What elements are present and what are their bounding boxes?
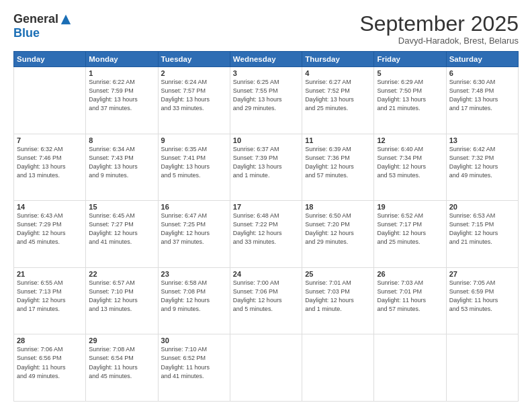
logo-icon <box>60 13 72 26</box>
calendar-cell: 30Sunrise: 7:10 AM Sunset: 6:52 PM Dayli… <box>158 334 230 402</box>
day-info: Sunrise: 6:37 AM Sunset: 7:39 PM Dayligh… <box>233 145 299 180</box>
day-number: 16 <box>161 203 227 211</box>
day-number: 27 <box>449 270 515 278</box>
day-info: Sunrise: 6:40 AM Sunset: 7:34 PM Dayligh… <box>377 145 443 180</box>
day-of-week-header: Friday <box>374 52 446 67</box>
calendar-cell: 7Sunrise: 6:32 AM Sunset: 7:46 PM Daylig… <box>14 134 86 201</box>
location-subtitle: Davyd-Haradok, Brest, Belarus <box>359 36 519 46</box>
day-number: 8 <box>89 136 154 144</box>
day-of-week-header: Wednesday <box>230 52 302 67</box>
day-number: 10 <box>233 136 299 144</box>
day-info: Sunrise: 7:00 AM Sunset: 7:06 PM Dayligh… <box>233 279 299 314</box>
day-number: 29 <box>89 336 154 345</box>
calendar-cell: 23Sunrise: 6:58 AM Sunset: 7:08 PM Dayli… <box>158 267 230 334</box>
logo-blue-text: Blue <box>13 26 40 40</box>
calendar-cell: 19Sunrise: 6:52 AM Sunset: 7:17 PM Dayli… <box>374 201 446 268</box>
calendar-cell: 26Sunrise: 7:03 AM Sunset: 7:01 PM Dayli… <box>374 267 446 334</box>
calendar-week-row: 28Sunrise: 7:06 AM Sunset: 6:56 PM Dayli… <box>14 334 519 402</box>
calendar-cell: 17Sunrise: 6:48 AM Sunset: 7:22 PM Dayli… <box>230 201 302 268</box>
day-number: 20 <box>449 203 515 211</box>
calendar-week-row: 7Sunrise: 6:32 AM Sunset: 7:46 PM Daylig… <box>14 134 519 201</box>
day-number: 5 <box>377 69 443 77</box>
day-of-week-header: Thursday <box>302 52 374 67</box>
day-info: Sunrise: 6:32 AM Sunset: 7:46 PM Dayligh… <box>17 145 83 180</box>
day-number: 3 <box>233 69 299 77</box>
day-number: 4 <box>305 69 371 77</box>
day-number: 22 <box>89 270 154 278</box>
day-of-week-header: Sunday <box>14 52 86 67</box>
svg-marker-0 <box>61 14 71 24</box>
calendar-cell: 20Sunrise: 6:53 AM Sunset: 7:15 PM Dayli… <box>446 201 518 268</box>
day-number: 24 <box>233 270 299 278</box>
calendar-cell: 24Sunrise: 7:00 AM Sunset: 7:06 PM Dayli… <box>230 267 302 334</box>
calendar-cell: 4Sunrise: 6:27 AM Sunset: 7:52 PM Daylig… <box>302 67 374 134</box>
day-info: Sunrise: 6:27 AM Sunset: 7:52 PM Dayligh… <box>305 78 371 113</box>
day-info: Sunrise: 6:35 AM Sunset: 7:41 PM Dayligh… <box>161 145 227 180</box>
calendar-cell: 6Sunrise: 6:30 AM Sunset: 7:48 PM Daylig… <box>446 67 518 134</box>
day-info: Sunrise: 7:10 AM Sunset: 6:52 PM Dayligh… <box>161 345 227 380</box>
calendar-cell: 12Sunrise: 6:40 AM Sunset: 7:34 PM Dayli… <box>374 134 446 201</box>
calendar-week-row: 21Sunrise: 6:55 AM Sunset: 7:13 PM Dayli… <box>14 267 519 334</box>
calendar-cell: 27Sunrise: 7:05 AM Sunset: 6:59 PM Dayli… <box>446 267 518 334</box>
calendar-cell: 13Sunrise: 6:42 AM Sunset: 7:32 PM Dayli… <box>446 134 518 201</box>
day-info: Sunrise: 6:45 AM Sunset: 7:27 PM Dayligh… <box>89 212 154 246</box>
day-info: Sunrise: 6:42 AM Sunset: 7:32 PM Dayligh… <box>449 145 515 180</box>
day-number: 28 <box>17 336 83 345</box>
day-number: 12 <box>377 136 443 144</box>
day-info: Sunrise: 6:47 AM Sunset: 7:25 PM Dayligh… <box>161 212 227 246</box>
day-info: Sunrise: 6:58 AM Sunset: 7:08 PM Dayligh… <box>161 279 227 314</box>
day-number: 17 <box>233 203 299 211</box>
day-info: Sunrise: 6:48 AM Sunset: 7:22 PM Dayligh… <box>233 212 299 246</box>
day-number: 6 <box>449 69 515 77</box>
calendar-cell: 14Sunrise: 6:43 AM Sunset: 7:29 PM Dayli… <box>14 201 86 268</box>
day-info: Sunrise: 6:53 AM Sunset: 7:15 PM Dayligh… <box>449 212 515 246</box>
day-info: Sunrise: 7:03 AM Sunset: 7:01 PM Dayligh… <box>377 279 443 314</box>
day-info: Sunrise: 7:05 AM Sunset: 6:59 PM Dayligh… <box>449 279 515 314</box>
day-number: 19 <box>377 203 443 211</box>
calendar-cell: 5Sunrise: 6:29 AM Sunset: 7:50 PM Daylig… <box>374 67 446 134</box>
calendar-cell: 3Sunrise: 6:25 AM Sunset: 7:55 PM Daylig… <box>230 67 302 134</box>
calendar-cell: 1Sunrise: 6:22 AM Sunset: 7:59 PM Daylig… <box>86 67 158 134</box>
day-of-week-header: Tuesday <box>158 52 230 67</box>
day-info: Sunrise: 6:30 AM Sunset: 7:48 PM Dayligh… <box>449 78 515 113</box>
day-number: 2 <box>161 69 227 77</box>
day-info: Sunrise: 6:29 AM Sunset: 7:50 PM Dayligh… <box>377 78 443 113</box>
day-number: 15 <box>89 203 154 211</box>
calendar-cell <box>302 334 374 402</box>
calendar-cell: 22Sunrise: 6:57 AM Sunset: 7:10 PM Dayli… <box>86 267 158 334</box>
calendar-week-row: 14Sunrise: 6:43 AM Sunset: 7:29 PM Dayli… <box>14 201 519 268</box>
day-number: 23 <box>161 270 227 278</box>
header: General Blue September 2025 Davyd-Harado… <box>13 12 519 46</box>
day-info: Sunrise: 6:39 AM Sunset: 7:36 PM Dayligh… <box>305 145 371 180</box>
day-info: Sunrise: 7:08 AM Sunset: 6:54 PM Dayligh… <box>89 345 154 380</box>
day-info: Sunrise: 7:01 AM Sunset: 7:03 PM Dayligh… <box>305 279 371 314</box>
day-number: 30 <box>161 336 227 345</box>
day-info: Sunrise: 6:22 AM Sunset: 7:59 PM Dayligh… <box>89 78 154 113</box>
calendar-cell: 28Sunrise: 7:06 AM Sunset: 6:56 PM Dayli… <box>14 334 86 402</box>
calendar-cell: 10Sunrise: 6:37 AM Sunset: 7:39 PM Dayli… <box>230 134 302 201</box>
day-info: Sunrise: 6:43 AM Sunset: 7:29 PM Dayligh… <box>17 212 83 246</box>
day-info: Sunrise: 6:25 AM Sunset: 7:55 PM Dayligh… <box>233 78 299 113</box>
day-number: 7 <box>17 136 83 144</box>
calendar-cell <box>14 67 86 134</box>
day-number: 18 <box>305 203 371 211</box>
day-of-week-header: Monday <box>86 52 158 67</box>
day-info: Sunrise: 6:50 AM Sunset: 7:20 PM Dayligh… <box>305 212 371 246</box>
calendar-header-row: SundayMondayTuesdayWednesdayThursdayFrid… <box>14 52 519 67</box>
title-section: September 2025 Davyd-Haradok, Brest, Bel… <box>359 12 519 46</box>
day-info: Sunrise: 6:55 AM Sunset: 7:13 PM Dayligh… <box>17 279 83 314</box>
day-info: Sunrise: 7:06 AM Sunset: 6:56 PM Dayligh… <box>17 345 83 380</box>
day-number: 26 <box>377 270 443 278</box>
logo-general-text: General <box>13 12 58 26</box>
day-number: 25 <box>305 270 371 278</box>
day-number: 1 <box>89 69 154 77</box>
calendar-cell: 21Sunrise: 6:55 AM Sunset: 7:13 PM Dayli… <box>14 267 86 334</box>
calendar-cell <box>374 334 446 402</box>
day-number: 11 <box>305 136 371 144</box>
calendar-cell: 29Sunrise: 7:08 AM Sunset: 6:54 PM Dayli… <box>86 334 158 402</box>
day-number: 14 <box>17 203 83 211</box>
calendar-cell <box>446 334 518 402</box>
calendar-cell: 11Sunrise: 6:39 AM Sunset: 7:36 PM Dayli… <box>302 134 374 201</box>
day-number: 13 <box>449 136 515 144</box>
logo: General Blue <box>13 12 72 40</box>
